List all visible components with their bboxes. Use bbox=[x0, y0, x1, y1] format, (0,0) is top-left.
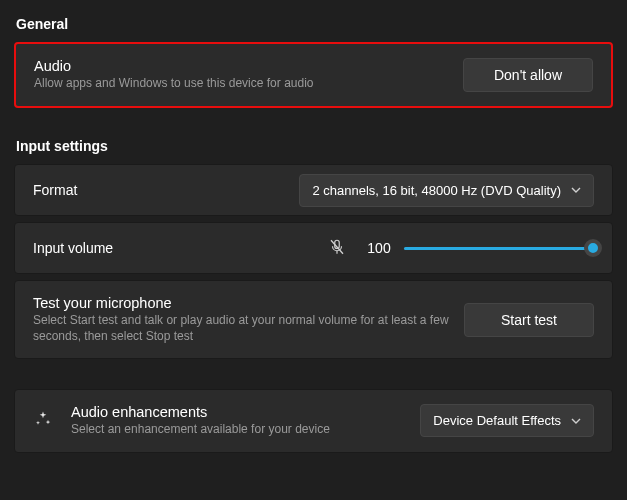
sparkle-icon bbox=[33, 409, 53, 432]
enhancements-subtitle: Select an enhancement available for your… bbox=[71, 421, 402, 437]
section-heading-input: Input settings bbox=[16, 138, 613, 154]
audio-allow-text: Audio Allow apps and Windows to use this… bbox=[34, 58, 463, 91]
enhancements-title: Audio enhancements bbox=[71, 404, 402, 420]
test-mic-subtitle: Select Start test and talk or play audio… bbox=[33, 312, 464, 344]
volume-control-group: 100 bbox=[328, 236, 594, 261]
input-volume-label: Input volume bbox=[33, 240, 113, 256]
test-mic-title: Test your microphone bbox=[33, 295, 464, 311]
enhancements-value: Device Default Effects bbox=[433, 413, 561, 428]
start-test-button[interactable]: Start test bbox=[464, 303, 594, 337]
enhancements-text: Audio enhancements Select an enhancement… bbox=[71, 404, 402, 437]
volume-slider[interactable] bbox=[404, 238, 594, 258]
audio-allow-panel: Audio Allow apps and Windows to use this… bbox=[14, 42, 613, 108]
audio-title: Audio bbox=[34, 58, 463, 74]
volume-slider-thumb[interactable] bbox=[584, 239, 602, 257]
dont-allow-button[interactable]: Don't allow bbox=[463, 58, 593, 92]
input-volume-row: Input volume 100 bbox=[14, 222, 613, 274]
microphone-muted-icon[interactable] bbox=[328, 236, 354, 261]
audio-enhancements-panel: Audio enhancements Select an enhancement… bbox=[14, 389, 613, 452]
format-dropdown[interactable]: 2 channels, 16 bit, 48000 Hz (DVD Qualit… bbox=[299, 174, 594, 207]
chevron-down-icon bbox=[571, 416, 581, 426]
audio-subtitle: Allow apps and Windows to use this devic… bbox=[34, 75, 463, 91]
enhancements-dropdown[interactable]: Device Default Effects bbox=[420, 404, 594, 437]
volume-value: 100 bbox=[364, 240, 394, 256]
section-heading-general: General bbox=[16, 16, 613, 32]
test-mic-text: Test your microphone Select Start test a… bbox=[33, 295, 464, 344]
test-microphone-panel: Test your microphone Select Start test a… bbox=[14, 280, 613, 359]
format-row: Format 2 channels, 16 bit, 48000 Hz (DVD… bbox=[14, 164, 613, 216]
format-value: 2 channels, 16 bit, 48000 Hz (DVD Qualit… bbox=[312, 183, 561, 198]
chevron-down-icon bbox=[571, 185, 581, 195]
format-label: Format bbox=[33, 182, 77, 198]
